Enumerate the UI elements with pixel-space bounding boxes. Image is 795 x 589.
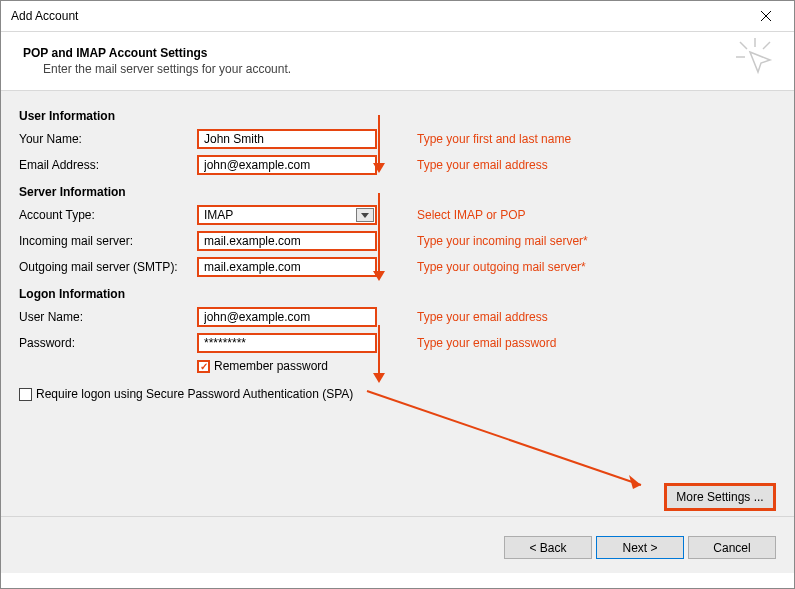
arrow-down-icon bbox=[371, 325, 387, 385]
hint-account-type: Select IMAP or POP bbox=[417, 208, 526, 222]
input-incoming[interactable] bbox=[197, 231, 377, 251]
svg-marker-9 bbox=[373, 271, 385, 281]
back-button[interactable]: < Back bbox=[504, 536, 592, 559]
input-user-name[interactable] bbox=[197, 307, 377, 327]
arrow-down-icon bbox=[371, 193, 387, 283]
input-password[interactable] bbox=[197, 333, 377, 353]
row-email: Email Address: Type your email address bbox=[19, 155, 776, 175]
chevron-down-icon bbox=[361, 213, 369, 218]
checkbox-remember-password[interactable] bbox=[197, 360, 210, 373]
label-account-type: Account Type: bbox=[19, 208, 197, 222]
next-button[interactable]: Next > bbox=[596, 536, 684, 559]
hint-email: Type your email address bbox=[417, 158, 548, 172]
hint-your-name: Type your first and last name bbox=[417, 132, 571, 146]
label-user-name: User Name: bbox=[19, 310, 197, 324]
label-your-name: Your Name: bbox=[19, 132, 197, 146]
checkbox-spa[interactable] bbox=[19, 388, 32, 401]
footer-buttons: < Back Next > Cancel bbox=[500, 536, 776, 559]
select-account-type[interactable]: IMAP bbox=[197, 205, 377, 225]
close-icon bbox=[761, 11, 771, 21]
label-password: Password: bbox=[19, 336, 197, 350]
row-outgoing: Outgoing mail server (SMTP): Type your o… bbox=[19, 257, 776, 277]
window-title: Add Account bbox=[11, 9, 746, 23]
select-account-type-value: IMAP bbox=[204, 208, 233, 222]
titlebar: Add Account bbox=[1, 1, 794, 32]
label-remember-password: Remember password bbox=[214, 359, 328, 373]
svg-marker-7 bbox=[373, 163, 385, 173]
section-user-information: User Information bbox=[19, 109, 776, 123]
row-password: Password: Type your email password bbox=[19, 333, 776, 353]
footer-divider bbox=[1, 516, 794, 517]
row-incoming: Incoming mail server: Type your incoming… bbox=[19, 231, 776, 251]
label-spa: Require logon using Secure Password Auth… bbox=[36, 387, 353, 401]
header-area: POP and IMAP Account Settings Enter the … bbox=[1, 32, 794, 86]
hint-password: Type your email password bbox=[417, 336, 556, 350]
row-user-name: User Name: Type your email address bbox=[19, 307, 776, 327]
cursor-click-icon bbox=[736, 38, 774, 79]
input-your-name[interactable] bbox=[197, 129, 377, 149]
label-outgoing: Outgoing mail server (SMTP): bbox=[19, 260, 197, 274]
input-outgoing[interactable] bbox=[197, 257, 377, 277]
label-incoming: Incoming mail server: bbox=[19, 234, 197, 248]
arrow-diagonal-icon bbox=[363, 387, 663, 497]
svg-line-12 bbox=[367, 391, 641, 485]
svg-line-4 bbox=[763, 42, 770, 49]
header-subtitle: Enter the mail server settings for your … bbox=[43, 62, 772, 76]
more-settings-button[interactable]: More Settings ... bbox=[664, 483, 776, 511]
header-title: POP and IMAP Account Settings bbox=[23, 46, 772, 60]
row-account-type: Account Type: IMAP Select IMAP or POP bbox=[19, 205, 776, 225]
label-email: Email Address: bbox=[19, 158, 197, 172]
section-server-information: Server Information bbox=[19, 185, 776, 199]
input-email[interactable] bbox=[197, 155, 377, 175]
row-your-name: Your Name: Type your first and last name bbox=[19, 129, 776, 149]
svg-line-2 bbox=[740, 42, 747, 49]
hint-user-name: Type your email address bbox=[417, 310, 548, 324]
section-logon-information: Logon Information bbox=[19, 287, 776, 301]
hint-incoming: Type your incoming mail server* bbox=[417, 234, 588, 248]
close-button[interactable] bbox=[746, 8, 786, 24]
row-remember-password: Remember password bbox=[197, 359, 776, 373]
svg-marker-11 bbox=[373, 373, 385, 383]
arrow-down-icon bbox=[371, 115, 387, 175]
add-account-window: Add Account POP and IMAP Account Setting… bbox=[0, 0, 795, 589]
body-area: User Information Your Name: Type your fi… bbox=[1, 91, 794, 573]
cancel-button[interactable]: Cancel bbox=[688, 536, 776, 559]
hint-outgoing: Type your outgoing mail server* bbox=[417, 260, 586, 274]
